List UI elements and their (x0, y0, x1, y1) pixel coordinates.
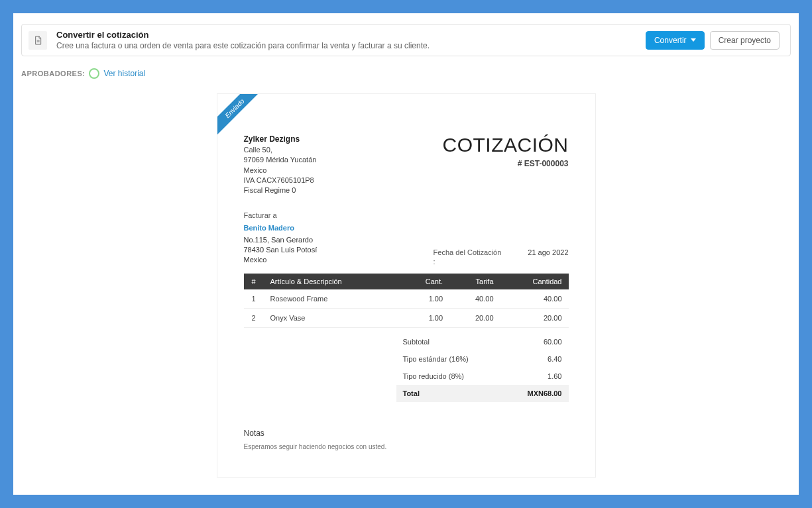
tax2-row: Tipo reducido (8%) 1.60 (396, 368, 569, 385)
date-value: 21 ago 2022 (528, 248, 568, 266)
alert-title: Convertir el cotización (56, 30, 430, 40)
notes-label: Notas (244, 429, 569, 438)
tax1-row: Tipo estándar (16%) 6.40 (396, 350, 569, 368)
company-line5: Fiscal Regime 0 (244, 185, 317, 195)
subtotal-label: Subtotal (403, 338, 430, 346)
date-block: Fecha del Cotización : 21 ago 2022 (434, 248, 569, 266)
date-label: Fecha del Cotización (434, 248, 502, 256)
bill-to-label: Facturar a (244, 211, 318, 221)
alert-text-block: Convertir el cotización Cree una factura… (56, 30, 430, 50)
alert-actions: Convertir Crear proyecto (646, 31, 780, 50)
doc-title: COTIZACIÓN (443, 134, 569, 156)
tax2-value: 1.60 (548, 372, 561, 380)
subtotal-value: 60.00 (544, 338, 562, 346)
company-block: Zylker Dezigns Calle 50, 97069 Mérida Yu… (244, 134, 317, 196)
convert-button[interactable]: Convertir (646, 31, 705, 50)
quote-document: Enviado Zylker Dezigns Calle 50, 97069 M… (217, 93, 596, 478)
cell-num: 1 (244, 289, 264, 309)
table-header-row: # Artículo & Descripción Cant. Tarifa Ca… (244, 274, 569, 289)
doc-title-block: COTIZACIÓN # EST-000003 (443, 134, 569, 168)
doc-number: # EST-000003 (443, 159, 569, 168)
table-row: 1 Rosewood Frame 1.00 40.00 40.00 (244, 289, 569, 309)
convert-button-label: Convertir (654, 36, 687, 45)
subtotal-row: Subtotal 60.00 (396, 333, 569, 350)
alert-subtitle: Cree una factura o una orden de venta pa… (56, 41, 430, 50)
company-line4: IVA CACX7605101P8 (244, 176, 317, 185)
page-container: Convertir el cotización Cree una factura… (13, 13, 799, 495)
cell-qty: 1.00 (400, 289, 449, 309)
notes-text: Esperamos seguir haciendo negocios con u… (244, 443, 569, 450)
cell-rate: 40.00 (449, 289, 500, 309)
cell-amount: 20.00 (500, 308, 569, 327)
company-line3: Mexico (244, 166, 317, 176)
totals-block: Subtotal 60.00 Tipo estándar (16%) 6.40 … (396, 333, 569, 402)
date-colon: : (434, 258, 502, 266)
customer-name[interactable]: Benito Madero (244, 223, 318, 233)
doc-header: Zylker Dezigns Calle 50, 97069 Mérida Yu… (244, 134, 569, 196)
approvers-row: APROBADORES: Ver historial (21, 68, 791, 79)
company-line1: Calle 50, (244, 145, 317, 155)
cell-num: 2 (244, 308, 264, 327)
tax2-label: Tipo reducido (8%) (403, 372, 465, 380)
bill-line2: 78430 San Luis Potosí (244, 245, 318, 255)
cell-desc: Onyx Vase (264, 308, 400, 327)
cell-rate: 20.00 (449, 308, 500, 327)
approver-avatar[interactable] (89, 68, 99, 79)
th-desc: Artículo & Descripción (264, 274, 400, 289)
total-value: MXN68.00 (528, 389, 562, 397)
cell-desc: Rosewood Frame (264, 289, 400, 309)
company-line2: 97069 Mérida Yucatán (244, 155, 317, 165)
th-rate: Tarifa (449, 274, 500, 289)
approvers-label: APROBADORES: (21, 70, 85, 77)
create-project-label: Crear proyecto (719, 36, 771, 45)
total-label: Total (403, 389, 420, 397)
bill-to-block: Facturar a Benito Madero No.115, San Ger… (244, 211, 318, 266)
bill-line3: Mexico (244, 255, 318, 265)
th-amount: Cantidad (500, 274, 569, 289)
tax1-label: Tipo estándar (16%) (403, 355, 469, 363)
chevron-down-icon (691, 38, 696, 42)
total-row: Total MXN68.00 (396, 385, 569, 402)
table-row: 2 Onyx Vase 1.00 20.00 20.00 (244, 308, 569, 327)
document-icon (29, 31, 47, 50)
cell-qty: 1.00 (400, 308, 449, 327)
company-name: Zylker Dezigns (244, 134, 317, 145)
bill-line1: No.115, San Gerardo (244, 235, 318, 245)
bill-section: Facturar a Benito Madero No.115, San Ger… (244, 211, 569, 266)
inner-container: Convertir el cotización Cree una factura… (16, 16, 796, 485)
th-qty: Cant. (400, 274, 449, 289)
cell-amount: 40.00 (500, 289, 569, 309)
create-project-button[interactable]: Crear proyecto (710, 31, 780, 50)
notes-section: Notas Esperamos seguir haciendo negocios… (244, 429, 569, 450)
tax1-value: 6.40 (548, 355, 561, 363)
convert-alert-bar: Convertir el cotización Cree una factura… (21, 24, 791, 56)
th-num: # (244, 274, 264, 289)
document-wrap: Enviado Zylker Dezigns Calle 50, 97069 M… (21, 93, 791, 478)
items-table: # Artículo & Descripción Cant. Tarifa Ca… (244, 274, 569, 328)
view-history-link[interactable]: Ver historial (103, 69, 145, 78)
alert-left: Convertir el cotización Cree una factura… (29, 30, 430, 50)
